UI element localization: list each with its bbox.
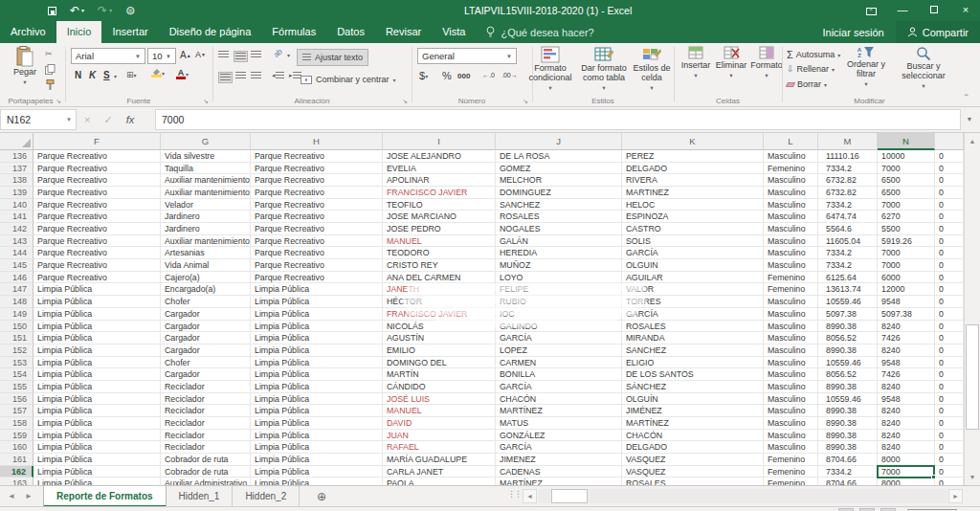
cell-K158[interactable]: MARTÍNEZ [622,417,764,430]
cell-G140[interactable]: Velador [161,199,251,211]
cell-J157[interactable]: MARTÍNEZ [496,405,622,417]
cell-L158[interactable]: Masculino [764,417,818,430]
row-header-136[interactable]: 136 [0,150,33,163]
cell-L143[interactable]: Masculino [764,235,818,248]
cell-K152[interactable]: SANCHEZ [622,344,764,357]
cell-M156[interactable]: 10559.46 [818,393,878,406]
fill-button[interactable]: ⇩Rellenar▾ [787,64,835,74]
cell-M142[interactable]: 5564.6 [818,223,878,235]
cell-F138[interactable]: Parque Recreativo [33,174,161,187]
cell-J160[interactable]: GARCÍA [496,441,622,454]
cell-I151[interactable]: AGUSTÍN [383,332,496,344]
name-box[interactable]: N162▼ [0,109,77,130]
cell-O163[interactable]: 0 [935,478,964,485]
cell-N149[interactable]: 5097.38 [878,308,935,321]
cell-L144[interactable]: Masculino [764,247,818,259]
cell-F162[interactable]: Limpia Pública [33,466,161,478]
cell-H159[interactable]: Limpia Pública [251,430,383,442]
cell-N151[interactable]: 7426 [878,332,935,344]
cell-I160[interactable]: RAFAEL [383,441,496,454]
sign-in-button[interactable]: Iniciar sesión [812,27,896,38]
cell-K150[interactable]: ROSALES [622,321,764,333]
cell-K161[interactable]: VASQUEZ [622,454,764,466]
cell-K163[interactable]: ROSALES [622,478,764,485]
cell-N139[interactable]: 6500 [878,187,935,199]
cell-J144[interactable]: HEREDIA [496,247,622,259]
column-header-K[interactable]: K [622,133,764,150]
cell-I153[interactable]: DOMINGO DEL [383,357,496,369]
bold-button[interactable]: N [75,70,81,80]
cell-L148[interactable]: Masculino [764,296,818,308]
cell-M146[interactable]: 6125.64 [818,272,878,284]
cell-H141[interactable]: Parque Recreativo [251,211,383,223]
cell-K162[interactable]: VASQUEZ [622,466,764,478]
cell-I155[interactable]: CÁNDIDO [383,381,496,393]
row-header-143[interactable]: 143 [0,235,33,248]
cell-L162[interactable]: Femenino [764,466,818,478]
cell-J136[interactable]: DE LA ROSA [496,150,622,163]
cell-F148[interactable]: Limpia Pública [33,296,161,308]
cell-K160[interactable]: DELGADO [622,441,764,454]
cell-J153[interactable]: CARMEN [496,357,622,369]
cell-I158[interactable]: DAVID [383,417,496,430]
cell-I156[interactable]: JOSÉ LUIS [383,393,496,406]
percent-button[interactable]: % [442,70,452,81]
cell-I140[interactable]: TEOFILO [383,199,496,211]
cell-H153[interactable]: Limpia Pública [251,357,383,369]
cell-G156[interactable]: Reciclador [161,393,251,406]
cell-H142[interactable]: Parque Recreativo [251,223,383,235]
cell-F139[interactable]: Parque Recreativo [33,187,161,199]
row-header-142[interactable]: 142 [0,223,33,235]
cell-J137[interactable]: GOMEZ [496,163,622,175]
cell-O141[interactable]: 0 [935,211,964,223]
cell-M147[interactable]: 13613.74 [818,283,878,296]
align-center-button[interactable] [235,72,246,79]
cell-N144[interactable]: 7000 [878,247,935,259]
cell-L155[interactable]: Masculino [764,381,818,393]
cell-H138[interactable]: Parque Recreativo [251,174,383,187]
row-header-150[interactable]: 150 [0,321,33,333]
cell-K137[interactable]: DELGADO [622,163,764,175]
cell-G141[interactable]: Jardinero [161,211,251,223]
row-header-151[interactable]: 151 [0,332,33,344]
cell-I161[interactable]: MARÍA GUADALUPE [383,454,496,466]
row-header-158[interactable]: 158 [0,417,33,430]
cell-F141[interactable]: Parque Recreativo [33,211,161,223]
cell-I146[interactable]: ANA DEL CARMEN [383,272,496,284]
cell-O158[interactable]: 0 [935,417,964,430]
cell-H152[interactable]: Limpia Pública [251,344,383,357]
row-header-145[interactable]: 145 [0,259,33,272]
column-header-L[interactable]: L [764,133,818,150]
cell-K148[interactable]: TORRES [622,296,764,308]
row-header-153[interactable]: 153 [0,357,33,369]
align-top-button[interactable] [218,51,229,58]
row-header-160[interactable]: 160 [0,441,33,454]
number-dialog-launcher[interactable]: ↘ [523,98,528,105]
cell-H151[interactable]: Limpia Pública [251,332,383,344]
hscroll-left-button[interactable]: ◄ [523,489,537,503]
collapse-ribbon-button[interactable]: ⌃ [963,93,970,102]
cell-N158[interactable]: 8240 [878,417,935,430]
ribbon-tab-archivo[interactable]: Archivo [0,21,56,43]
paste-button[interactable]: Pegar ▼ [8,46,42,87]
cell-M157[interactable]: 8990.38 [818,405,878,417]
cell-M143[interactable]: 11605.04 [818,235,878,248]
customize-qat-button[interactable]: ⊜ [125,0,135,21]
column-header-J[interactable]: J [496,133,622,150]
horizontal-scrollbar-thumb[interactable] [551,489,588,503]
cell-O143[interactable]: 0 [935,235,964,248]
cell-N160[interactable]: 8240 [878,441,935,454]
cell-O136[interactable]: 0 [935,150,964,163]
row-header-149[interactable]: 149 [0,308,33,321]
cell-H150[interactable]: Limpia Pública [251,321,383,333]
cell-F143[interactable]: Parque Recreativo [33,235,161,248]
cell-L137[interactable]: Femenino [764,163,818,175]
cell-M153[interactable]: 10559.46 [818,357,878,369]
cell-H160[interactable]: Limpia Pública [251,441,383,454]
tab-split-handle[interactable]: ⋮⋮ [507,489,521,499]
cell-I152[interactable]: EMILIO [383,344,496,357]
cell-L149[interactable]: Masculino [764,308,818,321]
currency-button[interactable]: $▾ [419,70,428,81]
cell-L159[interactable]: Masculino [764,430,818,442]
format-painter-button[interactable] [45,79,56,90]
